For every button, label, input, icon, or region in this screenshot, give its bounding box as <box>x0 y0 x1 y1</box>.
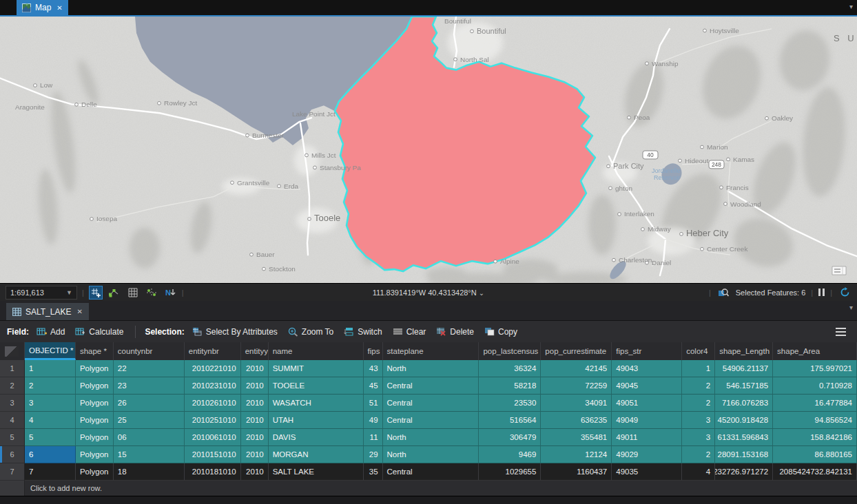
column-header-fips-str[interactable]: fips_str <box>612 342 682 360</box>
cell-shape[interactable]: Polygon <box>76 429 114 446</box>
cell-shape[interactable]: Polygon <box>76 446 114 463</box>
row-number[interactable]: 3 <box>0 395 25 412</box>
cell-color4[interactable]: 4 <box>682 463 715 481</box>
cell-countynbr[interactable]: 26 <box>114 395 185 412</box>
cell-name[interactable]: DAVIS <box>269 429 364 446</box>
cell-shape-length[interactable]: 546.157185 <box>715 377 773 395</box>
cell-color4[interactable]: 2 <box>682 377 715 395</box>
cell-color4[interactable]: 3 <box>682 412 715 429</box>
cell-name[interactable]: SALT LAKE <box>269 463 364 481</box>
cell-pop-currestimate[interactable]: 636235 <box>541 412 612 429</box>
cell-shape-length[interactable]: 7166.076283 <box>715 395 773 412</box>
cell-entitynbr[interactable]: 2010221010 <box>185 360 241 377</box>
calculate-field-button[interactable]: Calculate <box>72 326 126 338</box>
cell-fips[interactable]: 51 <box>364 395 383 412</box>
cell-pop-currestimate[interactable]: 1160437 <box>541 463 612 481</box>
cell-color4[interactable]: 1 <box>682 360 715 377</box>
cell-stateplane[interactable]: North <box>383 429 479 446</box>
cell-countynbr[interactable]: 06 <box>114 429 185 446</box>
delete-selection-button[interactable]: Delete <box>433 326 477 338</box>
map-viewport[interactable]: LowAragoniteDelleRowley JctBurmesterLake… <box>0 15 857 283</box>
cell-objectid[interactable]: 3 <box>25 395 76 412</box>
cell-color4[interactable]: 2 <box>682 395 715 412</box>
column-header-entityyr[interactable]: entityyr <box>241 342 269 360</box>
switch-selection-button[interactable]: Switch <box>341 326 384 338</box>
cell-objectid[interactable]: 7 <box>25 463 76 481</box>
cell-shape-area[interactable]: 94.856524 <box>773 412 857 429</box>
cell-entityyr[interactable]: 2010 <box>241 463 269 481</box>
row-number[interactable]: 1 <box>0 360 25 377</box>
cell-fips-str[interactable]: 49045 <box>612 377 682 395</box>
cell-shape-length[interactable]: 61331.596843 <box>715 429 773 446</box>
cell-fips-str[interactable]: 49011 <box>612 429 682 446</box>
snapping-toggle-icon[interactable] <box>89 286 103 300</box>
cell-shape-area[interactable]: 86.880165 <box>773 446 857 463</box>
table-row[interactable]: 11Polygon2220102210102010SUMMIT43North36… <box>0 360 857 377</box>
cell-pop-lastcensus[interactable]: 36324 <box>479 360 541 377</box>
cell-objectid[interactable]: 6 <box>25 446 76 463</box>
cell-pop-lastcensus[interactable]: 516564 <box>479 412 541 429</box>
cell-shape[interactable]: Polygon <box>76 412 114 429</box>
cell-name[interactable]: TOOELE <box>269 377 364 395</box>
hidden-tabs-caret-icon[interactable]: ▾ <box>849 3 853 10</box>
cell-pop-lastcensus[interactable]: 1029655 <box>479 463 541 481</box>
table-row[interactable]: 22Polygon2320102310102010TOOELE45Central… <box>0 377 857 395</box>
cell-shape[interactable]: Polygon <box>76 360 114 377</box>
row-number[interactable]: 4 <box>0 412 25 429</box>
cell-shape-area[interactable]: 175.997021 <box>773 360 857 377</box>
cell-shape-length[interactable]: 54906.21137 <box>715 360 773 377</box>
cell-shape-length[interactable]: 232726.971272 <box>715 463 773 481</box>
cell-entitynbr[interactable]: 2010181010 <box>185 463 241 481</box>
column-header-fips[interactable]: fips <box>364 342 383 360</box>
cell-pop-currestimate[interactable]: 42145 <box>541 360 612 377</box>
cell-fips-str[interactable]: 49049 <box>612 412 682 429</box>
cell-objectid[interactable]: 2 <box>25 377 76 395</box>
column-header-shape-length[interactable]: shape_Length <box>715 342 773 360</box>
cell-stateplane[interactable]: Central <box>383 412 479 429</box>
cell-color4[interactable]: 2 <box>682 446 715 463</box>
cell-shape[interactable]: Polygon <box>76 463 114 481</box>
cell-stateplane[interactable]: Central <box>383 463 479 481</box>
column-header-stateplane[interactable]: stateplane <box>383 342 479 360</box>
select-all-corner[interactable] <box>0 342 25 360</box>
cell-fips-str[interactable]: 49035 <box>612 463 682 481</box>
cell-countynbr[interactable]: 22 <box>114 360 185 377</box>
add-field-button[interactable]: Add <box>34 326 68 338</box>
cell-stateplane[interactable]: North <box>383 446 479 463</box>
cell-shape-area[interactable]: 2085424732.842131 <box>773 463 857 481</box>
cell-shape-length[interactable]: 45200.918428 <box>715 412 773 429</box>
row-number[interactable]: 2 <box>0 377 25 395</box>
explore-selection-icon[interactable] <box>716 286 730 300</box>
cell-pop-currestimate[interactable]: 355481 <box>541 429 612 446</box>
row-number[interactable]: 6 <box>0 446 25 463</box>
column-header-color4[interactable]: color4 <box>682 342 715 360</box>
cell-entityyr[interactable]: 2010 <box>241 412 269 429</box>
cell-pop-lastcensus[interactable]: 58218 <box>479 377 541 395</box>
copy-button[interactable]: Copy <box>482 326 520 338</box>
cell-name[interactable]: SUMMIT <box>269 360 364 377</box>
cell-pop-currestimate[interactable]: 12124 <box>541 446 612 463</box>
column-header-pop-lastcensus[interactable]: pop_lastcensus <box>479 342 541 360</box>
cell-countynbr[interactable]: 18 <box>114 463 185 481</box>
table-row[interactable]: 33Polygon2620102610102010WASATCH51Centra… <box>0 395 857 412</box>
cell-fips[interactable]: 35 <box>364 463 383 481</box>
cell-name[interactable]: UTAH <box>269 412 364 429</box>
cell-entitynbr[interactable]: 2010261010 <box>185 395 241 412</box>
selected-features-count[interactable]: Selected Features: 6 <box>736 288 806 297</box>
column-header-objectid[interactable]: OBJECTID * <box>25 342 76 360</box>
table-row[interactable]: 66Polygon1520101510102010MORGAN29North94… <box>0 446 857 463</box>
cell-pop-currestimate[interactable]: 34091 <box>541 395 612 412</box>
cell-entityyr[interactable]: 2010 <box>241 360 269 377</box>
cell-entitynbr[interactable]: 2010151010 <box>185 446 241 463</box>
clear-selection-button[interactable]: Clear <box>390 326 429 338</box>
cell-countynbr[interactable]: 25 <box>114 412 185 429</box>
cell-stateplane[interactable]: Central <box>383 377 479 395</box>
cell-countynbr[interactable]: 15 <box>114 446 185 463</box>
refresh-icon[interactable] <box>838 286 851 300</box>
column-header-countynbr[interactable]: countynbr <box>114 342 185 360</box>
cell-shape-area[interactable]: 158.842186 <box>773 429 857 446</box>
map-flipbook-icon[interactable] <box>829 264 849 277</box>
north-arrow-icon[interactable]: N <box>163 286 177 300</box>
hidden-tabs-caret-icon[interactable]: ▾ <box>849 304 853 311</box>
cell-entitynbr[interactable]: 2010061010 <box>185 429 241 446</box>
